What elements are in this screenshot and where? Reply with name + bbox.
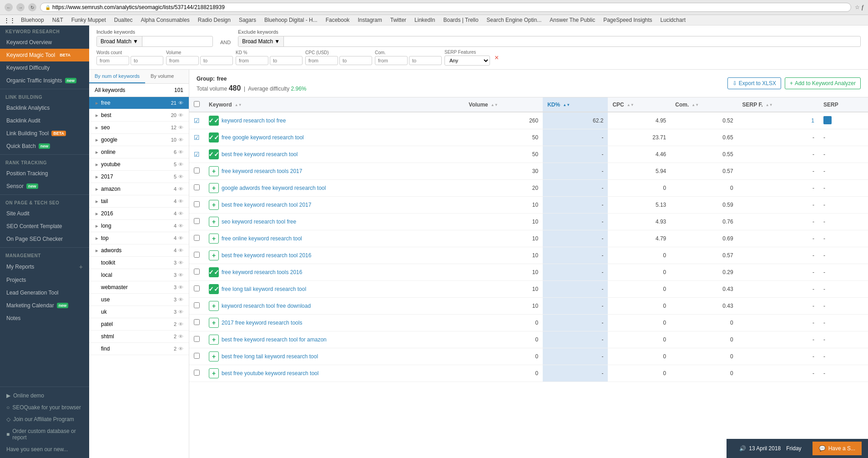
keyword-link[interactable]: 2017 free keyword research tools (222, 320, 302, 326)
exclude-keywords-input[interactable] (284, 37, 860, 46)
export-xlsx-button[interactable]: ⇩ Export to XLSX (727, 77, 781, 89)
visibility-icon-2016[interactable]: 👁 (178, 211, 183, 216)
row-checkbox[interactable] (194, 319, 200, 325)
bookmark-radio[interactable]: Radio Design (195, 16, 233, 24)
bookmark-trello[interactable]: Boards | Trello (440, 16, 481, 24)
add-keyword-btn[interactable]: + (209, 351, 219, 361)
bookmark-answer[interactable]: Answer The Public (547, 16, 598, 24)
group-item-adwords[interactable]: ► adwords 4 👁 (89, 244, 189, 257)
sidebar-item-projects[interactable]: Projects (0, 274, 89, 286)
keyword-link[interactable]: best free long tail keyword research too… (222, 353, 318, 360)
checkbox-checked[interactable]: ☑ (194, 134, 200, 141)
visibility-icon-use[interactable]: 👁 (178, 297, 183, 302)
row-checkbox[interactable] (194, 218, 200, 224)
add-keyword-btn[interactable]: + (209, 250, 219, 260)
kd-from[interactable] (236, 56, 268, 65)
add-report-button[interactable]: + (79, 263, 83, 270)
visibility-icon-google[interactable]: 👁 (178, 137, 183, 142)
visibility-icon-tail[interactable]: 👁 (178, 198, 183, 204)
group-item-local[interactable]: local 3 👁 (89, 269, 189, 281)
th-kd[interactable]: KD% ▲▼ (543, 97, 608, 112)
add-keyword-btn[interactable]: ✓✓ (209, 132, 219, 142)
back-button[interactable]: ← (5, 3, 13, 11)
add-to-analyzer-button[interactable]: + Add to Keyword Analyzer (785, 77, 861, 89)
add-keyword-btn[interactable]: + (209, 166, 219, 176)
tab-by-num-keywords[interactable]: By num of keywords (89, 70, 145, 83)
sidebar-item-keyword-magic-tool[interactable]: Keyword Magic Tool BETA (0, 49, 89, 61)
sidebar-new-tool[interactable]: Have you seen our new... (0, 443, 89, 455)
group-item-2017[interactable]: ► 2017 5 👁 (89, 171, 189, 183)
keyword-link[interactable]: best free keyword research tool for amaz… (222, 336, 327, 343)
group-item-shtml[interactable]: shtml 2 👁 (89, 331, 189, 343)
include-match-dropdown[interactable]: Broad Match ▼ (97, 36, 142, 46)
row-checkbox[interactable] (194, 184, 200, 190)
add-keyword-btn[interactable]: ✓✓ (209, 149, 219, 159)
serp-features-select[interactable]: Any (444, 56, 490, 66)
bookmark-pagespeed[interactable]: PageSpeed Insights (601, 16, 655, 24)
group-item-best[interactable]: ► best 20 👁 (89, 109, 189, 122)
add-keyword-btn[interactable]: + (209, 234, 219, 244)
row-checkbox-cell[interactable] (189, 315, 204, 331)
th-serp-f[interactable]: SERP F. ▲▼ (738, 97, 819, 112)
keyword-link[interactable]: keyword research tool free (222, 117, 286, 124)
visibility-icon-local[interactable]: 👁 (178, 272, 183, 278)
sidebar-item-sensor[interactable]: Sensor new (0, 180, 89, 193)
add-keyword-btn[interactable]: + (209, 200, 219, 210)
add-keyword-btn[interactable]: + (209, 368, 219, 378)
sidebar-item-keyword-overview[interactable]: Keyword Overview (0, 36, 89, 49)
group-item-webmaster[interactable]: webmaster 3 👁 (89, 281, 189, 294)
com-from[interactable] (375, 56, 408, 65)
row-checkbox-cell[interactable] (189, 365, 204, 382)
sidebar-item-backlink-analytics[interactable]: Backlink Analytics (0, 102, 89, 114)
sidebar-item-backlink-audit[interactable]: Backlink Audit (0, 114, 89, 127)
cpc-to[interactable] (339, 56, 372, 65)
row-checkbox-cell[interactable]: ☑ (189, 112, 204, 129)
bookmark-funky[interactable]: Funky Muppet (69, 16, 109, 24)
bookmark-facebook[interactable]: Facebook (323, 16, 353, 24)
serp-results-icon[interactable] (823, 116, 832, 124)
bookmark-sagars[interactable]: Sagars (236, 16, 259, 24)
sidebar-item-site-audit[interactable]: Site Audit (0, 207, 89, 220)
visibility-icon-amazon[interactable]: 👁 (178, 186, 183, 192)
row-checkbox-cell[interactable]: ☑ (189, 146, 204, 163)
sidebar-seoquake[interactable]: ○ SEOQuake for your browser (0, 402, 89, 413)
th-keyword[interactable]: Keyword ▲▼ (204, 97, 464, 112)
add-keyword-btn[interactable]: + (209, 217, 219, 227)
com-to[interactable] (409, 56, 442, 65)
group-item-find[interactable]: find 2 👁 (89, 343, 189, 355)
sidebar-item-quick-batch[interactable]: Quick Batch new (0, 140, 89, 153)
visibility-icon-patel[interactable]: 👁 (178, 321, 183, 327)
group-item-amazon[interactable]: ► amazon 4 👁 (89, 183, 189, 195)
volume-from[interactable] (166, 56, 199, 65)
keyword-link[interactable]: free keyword research tools 2017 (222, 168, 302, 174)
add-keyword-btn[interactable]: ✓✓ (209, 284, 219, 294)
volume-to[interactable] (200, 56, 233, 65)
add-keyword-btn[interactable]: + (209, 335, 219, 345)
bookmark-dualtec[interactable]: Dualtec (111, 16, 136, 24)
keyword-link[interactable]: best free keyword research tool 2017 (222, 202, 311, 208)
visibility-icon-online[interactable]: 👁 (178, 149, 183, 155)
row-checkbox[interactable] (194, 252, 200, 258)
reload-button[interactable]: ↻ (28, 3, 36, 11)
group-item-use[interactable]: use 3 👁 (89, 294, 189, 306)
group-item-long[interactable]: ► long 4 👁 (89, 220, 189, 232)
bookmark-bluehoop-digital[interactable]: Bluehoop Digital - H... (262, 16, 320, 24)
group-item-uk[interactable]: uk 3 👁 (89, 306, 189, 318)
add-keyword-btn[interactable]: + (209, 318, 219, 328)
row-checkbox-cell[interactable] (189, 247, 204, 264)
words-count-from[interactable] (96, 56, 129, 65)
visibility-icon-2017[interactable]: 👁 (178, 174, 183, 179)
sidebar-item-keyword-difficulty[interactable]: Keyword Difficulty (0, 61, 89, 74)
bookmark-bluehoop[interactable]: Bluehoop (18, 16, 47, 24)
checkbox-checked[interactable]: ☑ (194, 151, 200, 158)
visibility-icon-best[interactable]: 👁 (178, 112, 183, 118)
row-checkbox-cell[interactable]: ☑ (189, 129, 204, 146)
visibility-icon-adwords[interactable]: 👁 (178, 248, 183, 253)
row-checkbox-cell[interactable] (189, 281, 204, 298)
sidebar-custom-db[interactable]: ■ Order custom database or report (0, 425, 89, 443)
th-volume[interactable]: Volume ▲▼ (464, 97, 543, 112)
th-checkbox[interactable] (189, 97, 204, 112)
checkbox-checked[interactable]: ☑ (194, 117, 200, 124)
row-checkbox[interactable] (194, 201, 200, 207)
sidebar-item-marketing-calendar[interactable]: Marketing Calendar new (0, 299, 89, 312)
